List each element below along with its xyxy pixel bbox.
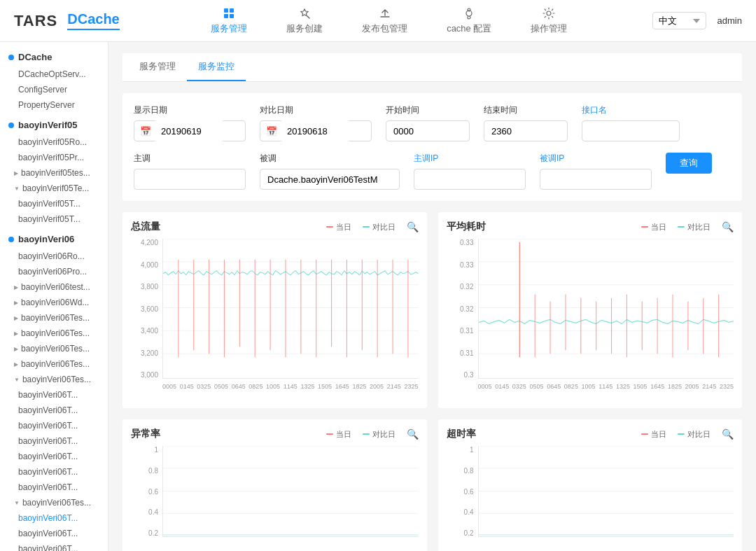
start-time-field[interactable] xyxy=(386,120,470,141)
y-label-tf-7: 3,000 xyxy=(141,371,158,379)
zoom-timeout-rate[interactable]: 🔍 xyxy=(722,428,734,440)
filter-master-ip: 主调IP xyxy=(414,153,526,190)
legend-compare-flow: 对比日 xyxy=(363,222,396,232)
slave-ip-field[interactable] xyxy=(540,169,652,190)
filter-interface: 接口名 xyxy=(582,104,680,141)
sidebar-item-dcacheoptserv[interactable]: DCacheOptServ... xyxy=(0,67,108,82)
sidebar-subgroup-bv06tes6[interactable]: baoyinVeri06Tes... xyxy=(0,495,108,510)
y-label-al-7: 0.3 xyxy=(464,371,474,379)
sidebar-item-configserver[interactable]: ConfigServer xyxy=(0,82,108,97)
sidebar-item-bv06t4[interactable]: baoyinVeri06T... xyxy=(0,433,108,449)
filter-compare-date: 对比日期 📅 xyxy=(260,104,372,141)
master-ip-field[interactable] xyxy=(414,169,526,190)
sidebar-item-bv06t6[interactable]: baoyinVeri06T... xyxy=(0,464,108,480)
sidebar-subgroup-bv06tes2[interactable]: baoyinVeri06Tes... xyxy=(0,326,108,341)
nav-service-create[interactable]: 服务创建 xyxy=(281,7,328,35)
sidebar-group-baoyinverif05-label: baoyinVerif05 xyxy=(18,120,78,130)
nav-cache-config[interactable]: cache 配置 xyxy=(441,7,497,35)
y-label-al-1: 0.33 xyxy=(460,239,473,246)
sidebar-item-bv06t-active[interactable]: baoyinVeri06T... xyxy=(0,510,108,526)
y-label-al-4: 0.32 xyxy=(460,305,473,313)
sidebar-subgroup-bv06tes5[interactable]: baoyinVeri06Tes... xyxy=(0,372,108,387)
sidebar-item-bv06pro[interactable]: baoyinVeri06Pro... xyxy=(0,264,108,279)
sidebar-group-baoyinverif05: baoyinVerif05 baoyinVerif05Ro... baoyinV… xyxy=(0,116,108,227)
chart-total-flow: 总流量 当日 对比日 🔍 4 xyxy=(122,212,427,408)
legend-dot-compare-latency xyxy=(678,226,685,228)
sidebar-subgroup-bv06tes3[interactable]: baoyinVeri06Tes... xyxy=(0,341,108,356)
sidebar-subgroup-bv06tes1[interactable]: baoyinVeri06Tes... xyxy=(0,310,108,326)
filter-end-time: 结束时间 xyxy=(484,104,568,141)
sidebar-item-bv06t7[interactable]: baoyinVeri06T... xyxy=(0,480,108,495)
nav-ops-mgmt[interactable]: 操作管理 xyxy=(525,7,573,35)
chart-total-flow-legend: 当日 对比日 🔍 xyxy=(326,221,419,232)
legend-current-error: 当日 xyxy=(326,429,351,440)
y-label-tf-2: 4,000 xyxy=(141,261,158,269)
sidebar-item-bv05ro[interactable]: baoyinVerif05Ro... xyxy=(0,134,108,150)
chart-area-total-flow xyxy=(162,239,419,379)
tab-service-mgmt[interactable]: 服务管理 xyxy=(128,53,187,81)
svg-error-rate xyxy=(163,446,419,536)
filter-bar: 显示日期 📅 对比日期 📅 开始时间 xyxy=(122,93,742,201)
language-select[interactable]: 中文 English xyxy=(652,12,706,29)
y-label-tf-4: 3,600 xyxy=(141,305,158,313)
sidebar-item-bv06ro[interactable]: baoyinVeri06Ro... xyxy=(0,249,108,264)
compare-date-input-wrapper[interactable]: 📅 xyxy=(260,120,372,141)
sidebar-item-bv05t1[interactable]: baoyinVerif05T... xyxy=(0,196,108,211)
sidebar-item-bv05t2[interactable]: baoyinVerif05T... xyxy=(0,211,108,227)
slave-label: 被调 xyxy=(260,153,400,165)
sidebar-group-baoyinverif05-title[interactable]: baoyinVerif05 xyxy=(0,116,108,134)
filter-display-date: 显示日期 📅 xyxy=(134,104,246,141)
master-field[interactable] xyxy=(134,169,246,190)
sidebar-group-dcache-label: DCache xyxy=(18,52,52,62)
legend-current-timeout-label: 当日 xyxy=(651,429,666,440)
sidebar-item-bv06t9[interactable]: baoyinVeri06T... xyxy=(0,541,108,551)
end-time-field[interactable] xyxy=(484,120,568,141)
nav-publish-mgmt[interactable]: 发布包管理 xyxy=(356,7,413,35)
compare-date-field[interactable] xyxy=(280,120,350,141)
nav-service-mgmt[interactable]: 服务管理 xyxy=(205,7,253,35)
sidebar-group-dcache-title[interactable]: DCache xyxy=(0,48,108,67)
filter-slave: 被调 xyxy=(260,153,400,190)
sidebar-subgroup-bv05test[interactable]: baoyinVerif05tes... xyxy=(0,165,108,181)
sidebar-group-baoyinveri06-title[interactable]: baoyinVeri06 xyxy=(0,230,108,249)
slave-ip-label: 被调IP xyxy=(540,153,652,165)
admin-label: admin xyxy=(718,15,742,26)
display-date-input-wrapper[interactable]: 📅 xyxy=(134,120,246,141)
svg-total-flow xyxy=(163,239,419,378)
zoom-total-flow[interactable]: 🔍 xyxy=(407,221,419,232)
master-label: 主调 xyxy=(134,153,246,165)
legend-dot-current-latency xyxy=(641,226,648,228)
sidebar-subgroup-bv06wd[interactable]: baoyinVeri06Wd... xyxy=(0,295,108,310)
calendar-icon-compare: 📅 xyxy=(266,126,277,137)
layout: DCache DCacheOptServ... ConfigServer Pro… xyxy=(0,42,756,551)
chart-avg-latency-title: 平均耗时 xyxy=(447,221,486,233)
sidebar-subgroup-bv06tes4[interactable]: baoyinVeri06Tes... xyxy=(0,356,108,372)
chart-error-rate-title: 异常率 xyxy=(131,428,160,440)
sidebar-item-bv06t2[interactable]: baoyinVeri06T... xyxy=(0,403,108,418)
tab-service-monitor[interactable]: 服务监控 xyxy=(187,53,246,81)
nav-service-mgmt-label: 服务管理 xyxy=(211,22,247,35)
legend-compare-latency: 对比日 xyxy=(678,222,710,232)
sidebar-item-bv06t3[interactable]: baoyinVeri06T... xyxy=(0,418,108,433)
chart-area-avg-latency xyxy=(478,239,734,379)
chart-area-timeout-rate xyxy=(478,446,734,537)
chart-avg-latency-header: 平均耗时 当日 对比日 🔍 xyxy=(447,221,734,233)
sidebar-subgroup-bv06test[interactable]: baoyinVeri06test... xyxy=(0,279,108,295)
sidebar-subgroup-bv05te[interactable]: baoyinVerif05Te... xyxy=(0,181,108,196)
sidebar-item-bv05pr[interactable]: baoyinVerif05Pr... xyxy=(0,150,108,165)
y-label-tr-2: 0.8 xyxy=(464,467,474,475)
sidebar-item-propertyserver[interactable]: PropertyServer xyxy=(0,97,108,113)
zoom-avg-latency[interactable]: 🔍 xyxy=(722,221,734,232)
zoom-error-rate[interactable]: 🔍 xyxy=(407,428,419,440)
chart-area-error-rate xyxy=(162,446,419,537)
sidebar-item-bv06t1[interactable]: baoyinVeri06T... xyxy=(0,387,108,403)
sidebar-item-bv06t5[interactable]: baoyinVeri06T... xyxy=(0,449,108,464)
chart-error-rate-body: 1 0.8 0.6 0.4 0.2 xyxy=(131,446,419,551)
legend-current-error-label: 当日 xyxy=(336,429,351,440)
interface-field[interactable] xyxy=(582,120,680,141)
master-ip-label: 主调IP xyxy=(414,153,526,165)
sidebar-item-bv06t8[interactable]: baoyinVeri06T... xyxy=(0,526,108,541)
slave-field[interactable] xyxy=(260,169,400,190)
display-date-field[interactable] xyxy=(154,120,224,141)
query-button[interactable]: 查询 xyxy=(666,153,712,174)
